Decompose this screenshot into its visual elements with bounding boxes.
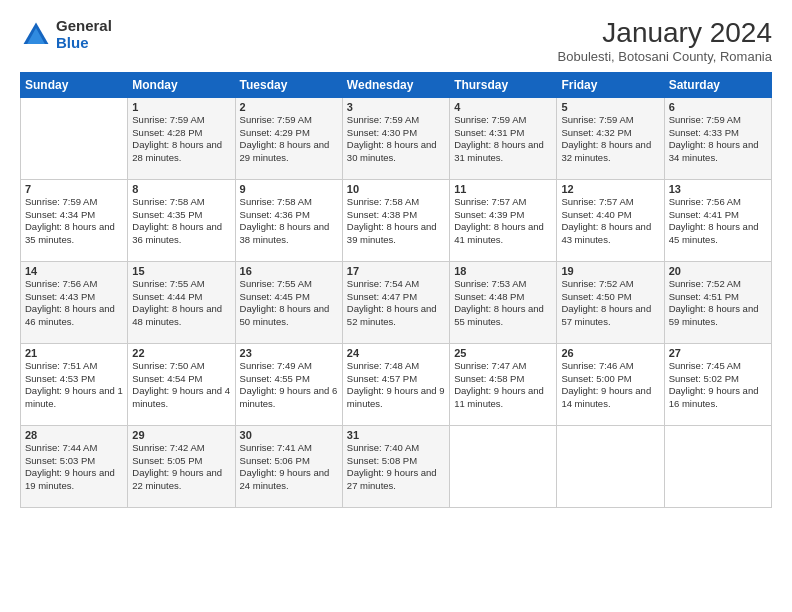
logo: General Blue bbox=[20, 18, 112, 51]
day-number-21: 21 bbox=[25, 347, 123, 359]
day-info-7: Sunrise: 7:59 AMSunset: 4:34 PMDaylight:… bbox=[25, 196, 123, 247]
calendar-cell-0-2: 2Sunrise: 7:59 AMSunset: 4:29 PMDaylight… bbox=[235, 97, 342, 179]
day-info-20: Sunrise: 7:52 AMSunset: 4:51 PMDaylight:… bbox=[669, 278, 767, 329]
day-info-16: Sunrise: 7:55 AMSunset: 4:45 PMDaylight:… bbox=[240, 278, 338, 329]
day-number-25: 25 bbox=[454, 347, 552, 359]
calendar-body: 1Sunrise: 7:59 AMSunset: 4:28 PMDaylight… bbox=[21, 97, 772, 507]
day-number-28: 28 bbox=[25, 429, 123, 441]
week-row-1: 7Sunrise: 7:59 AMSunset: 4:34 PMDaylight… bbox=[21, 179, 772, 261]
day-info-24: Sunrise: 7:48 AMSunset: 4:57 PMDaylight:… bbox=[347, 360, 445, 411]
calendar-cell-4-1: 29Sunrise: 7:42 AMSunset: 5:05 PMDayligh… bbox=[128, 425, 235, 507]
day-info-15: Sunrise: 7:55 AMSunset: 4:44 PMDaylight:… bbox=[132, 278, 230, 329]
day-info-26: Sunrise: 7:46 AMSunset: 5:00 PMDaylight:… bbox=[561, 360, 659, 411]
main-title: January 2024 bbox=[558, 18, 772, 49]
calendar-cell-3-3: 24Sunrise: 7:48 AMSunset: 4:57 PMDayligh… bbox=[342, 343, 449, 425]
day-number-23: 23 bbox=[240, 347, 338, 359]
week-row-2: 14Sunrise: 7:56 AMSunset: 4:43 PMDayligh… bbox=[21, 261, 772, 343]
calendar-cell-0-6: 6Sunrise: 7:59 AMSunset: 4:33 PMDaylight… bbox=[664, 97, 771, 179]
header-sunday: Sunday bbox=[21, 72, 128, 97]
day-info-18: Sunrise: 7:53 AMSunset: 4:48 PMDaylight:… bbox=[454, 278, 552, 329]
day-number-5: 5 bbox=[561, 101, 659, 113]
week-row-0: 1Sunrise: 7:59 AMSunset: 4:28 PMDaylight… bbox=[21, 97, 772, 179]
calendar-cell-4-2: 30Sunrise: 7:41 AMSunset: 5:06 PMDayligh… bbox=[235, 425, 342, 507]
header-wednesday: Wednesday bbox=[342, 72, 449, 97]
calendar-cell-0-4: 4Sunrise: 7:59 AMSunset: 4:31 PMDaylight… bbox=[450, 97, 557, 179]
day-info-12: Sunrise: 7:57 AMSunset: 4:40 PMDaylight:… bbox=[561, 196, 659, 247]
day-number-2: 2 bbox=[240, 101, 338, 113]
day-number-12: 12 bbox=[561, 183, 659, 195]
day-info-10: Sunrise: 7:58 AMSunset: 4:38 PMDaylight:… bbox=[347, 196, 445, 247]
day-number-6: 6 bbox=[669, 101, 767, 113]
day-number-8: 8 bbox=[132, 183, 230, 195]
calendar-cell-3-1: 22Sunrise: 7:50 AMSunset: 4:54 PMDayligh… bbox=[128, 343, 235, 425]
day-info-13: Sunrise: 7:56 AMSunset: 4:41 PMDaylight:… bbox=[669, 196, 767, 247]
day-info-29: Sunrise: 7:42 AMSunset: 5:05 PMDaylight:… bbox=[132, 442, 230, 493]
day-number-20: 20 bbox=[669, 265, 767, 277]
calendar-cell-0-3: 3Sunrise: 7:59 AMSunset: 4:30 PMDaylight… bbox=[342, 97, 449, 179]
calendar-cell-3-0: 21Sunrise: 7:51 AMSunset: 4:53 PMDayligh… bbox=[21, 343, 128, 425]
calendar-cell-2-1: 15Sunrise: 7:55 AMSunset: 4:44 PMDayligh… bbox=[128, 261, 235, 343]
day-info-17: Sunrise: 7:54 AMSunset: 4:47 PMDaylight:… bbox=[347, 278, 445, 329]
calendar-cell-1-6: 13Sunrise: 7:56 AMSunset: 4:41 PMDayligh… bbox=[664, 179, 771, 261]
calendar-table: Sunday Monday Tuesday Wednesday Thursday… bbox=[20, 72, 772, 508]
header: General Blue January 2024 Bobulesti, Bot… bbox=[20, 18, 772, 64]
subtitle: Bobulesti, Botosani County, Romania bbox=[558, 49, 772, 64]
day-number-1: 1 bbox=[132, 101, 230, 113]
day-number-14: 14 bbox=[25, 265, 123, 277]
day-number-3: 3 bbox=[347, 101, 445, 113]
day-info-9: Sunrise: 7:58 AMSunset: 4:36 PMDaylight:… bbox=[240, 196, 338, 247]
day-info-3: Sunrise: 7:59 AMSunset: 4:30 PMDaylight:… bbox=[347, 114, 445, 165]
day-number-30: 30 bbox=[240, 429, 338, 441]
header-friday: Friday bbox=[557, 72, 664, 97]
calendar-cell-3-4: 25Sunrise: 7:47 AMSunset: 4:58 PMDayligh… bbox=[450, 343, 557, 425]
logo-text: General Blue bbox=[56, 18, 112, 51]
calendar-cell-2-6: 20Sunrise: 7:52 AMSunset: 4:51 PMDayligh… bbox=[664, 261, 771, 343]
calendar-cell-0-1: 1Sunrise: 7:59 AMSunset: 4:28 PMDaylight… bbox=[128, 97, 235, 179]
calendar-cell-0-5: 5Sunrise: 7:59 AMSunset: 4:32 PMDaylight… bbox=[557, 97, 664, 179]
logo-icon bbox=[20, 19, 52, 51]
calendar-cell-3-6: 27Sunrise: 7:45 AMSunset: 5:02 PMDayligh… bbox=[664, 343, 771, 425]
logo-blue-text: Blue bbox=[56, 35, 112, 52]
day-info-2: Sunrise: 7:59 AMSunset: 4:29 PMDaylight:… bbox=[240, 114, 338, 165]
day-info-6: Sunrise: 7:59 AMSunset: 4:33 PMDaylight:… bbox=[669, 114, 767, 165]
day-info-27: Sunrise: 7:45 AMSunset: 5:02 PMDaylight:… bbox=[669, 360, 767, 411]
calendar-cell-4-3: 31Sunrise: 7:40 AMSunset: 5:08 PMDayligh… bbox=[342, 425, 449, 507]
day-info-31: Sunrise: 7:40 AMSunset: 5:08 PMDaylight:… bbox=[347, 442, 445, 493]
day-number-13: 13 bbox=[669, 183, 767, 195]
day-info-21: Sunrise: 7:51 AMSunset: 4:53 PMDaylight:… bbox=[25, 360, 123, 411]
header-tuesday: Tuesday bbox=[235, 72, 342, 97]
calendar-cell-4-4 bbox=[450, 425, 557, 507]
logo-general-text: General bbox=[56, 18, 112, 35]
page: General Blue January 2024 Bobulesti, Bot… bbox=[0, 0, 792, 612]
day-info-4: Sunrise: 7:59 AMSunset: 4:31 PMDaylight:… bbox=[454, 114, 552, 165]
day-number-17: 17 bbox=[347, 265, 445, 277]
calendar-cell-2-4: 18Sunrise: 7:53 AMSunset: 4:48 PMDayligh… bbox=[450, 261, 557, 343]
day-number-29: 29 bbox=[132, 429, 230, 441]
calendar-cell-2-2: 16Sunrise: 7:55 AMSunset: 4:45 PMDayligh… bbox=[235, 261, 342, 343]
title-block: January 2024 Bobulesti, Botosani County,… bbox=[558, 18, 772, 64]
week-row-4: 28Sunrise: 7:44 AMSunset: 5:03 PMDayligh… bbox=[21, 425, 772, 507]
calendar-cell-4-0: 28Sunrise: 7:44 AMSunset: 5:03 PMDayligh… bbox=[21, 425, 128, 507]
calendar-cell-2-5: 19Sunrise: 7:52 AMSunset: 4:50 PMDayligh… bbox=[557, 261, 664, 343]
day-info-19: Sunrise: 7:52 AMSunset: 4:50 PMDaylight:… bbox=[561, 278, 659, 329]
calendar-cell-1-5: 12Sunrise: 7:57 AMSunset: 4:40 PMDayligh… bbox=[557, 179, 664, 261]
calendar-cell-4-6 bbox=[664, 425, 771, 507]
day-number-16: 16 bbox=[240, 265, 338, 277]
week-row-3: 21Sunrise: 7:51 AMSunset: 4:53 PMDayligh… bbox=[21, 343, 772, 425]
day-number-15: 15 bbox=[132, 265, 230, 277]
calendar-cell-4-5 bbox=[557, 425, 664, 507]
weekday-header-row: Sunday Monday Tuesday Wednesday Thursday… bbox=[21, 72, 772, 97]
day-number-27: 27 bbox=[669, 347, 767, 359]
day-number-18: 18 bbox=[454, 265, 552, 277]
day-number-10: 10 bbox=[347, 183, 445, 195]
calendar-cell-1-2: 9Sunrise: 7:58 AMSunset: 4:36 PMDaylight… bbox=[235, 179, 342, 261]
day-number-19: 19 bbox=[561, 265, 659, 277]
day-info-5: Sunrise: 7:59 AMSunset: 4:32 PMDaylight:… bbox=[561, 114, 659, 165]
day-number-26: 26 bbox=[561, 347, 659, 359]
day-number-7: 7 bbox=[25, 183, 123, 195]
day-info-11: Sunrise: 7:57 AMSunset: 4:39 PMDaylight:… bbox=[454, 196, 552, 247]
header-monday: Monday bbox=[128, 72, 235, 97]
day-number-22: 22 bbox=[132, 347, 230, 359]
calendar-cell-1-0: 7Sunrise: 7:59 AMSunset: 4:34 PMDaylight… bbox=[21, 179, 128, 261]
calendar-header: Sunday Monday Tuesday Wednesday Thursday… bbox=[21, 72, 772, 97]
